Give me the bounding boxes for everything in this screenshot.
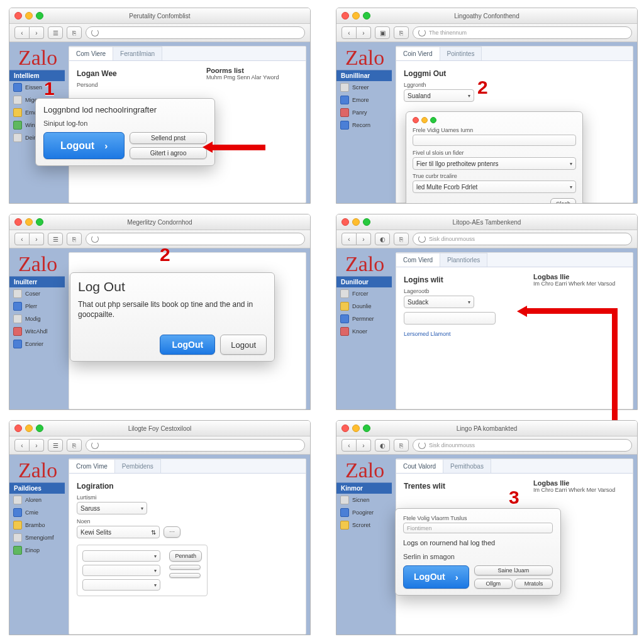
sidebar-item[interactable]: Brambo xyxy=(9,519,65,531)
sidebar-item[interactable]: Aloren xyxy=(9,494,65,506)
logout-button[interactable]: Logout› xyxy=(43,132,125,159)
toolbar-button[interactable]: ◐ xyxy=(375,439,390,452)
text-field[interactable] xyxy=(404,312,496,325)
text-field[interactable] xyxy=(413,135,576,146)
toolbar-button[interactable]: ⎘ xyxy=(67,233,82,245)
forward-button[interactable]: › xyxy=(30,26,44,39)
select-field[interactable]: ▾ xyxy=(82,550,160,562)
tab-active[interactable]: Crom Vime xyxy=(69,459,115,473)
option-button[interactable]: Mratols xyxy=(514,579,553,589)
address-bar[interactable] xyxy=(86,26,305,39)
select-field[interactable]: led Multe Fcorb Fdrlet▾ xyxy=(413,180,576,193)
tab[interactable]: Pemithobas xyxy=(443,459,491,473)
back-button[interactable]: ‹ xyxy=(341,439,357,452)
tab[interactable]: Planntiorles xyxy=(440,253,487,267)
sidebar-item[interactable]: Cmie xyxy=(9,506,65,519)
back-button[interactable]: ‹ xyxy=(14,26,30,39)
sidebar-item[interactable]: Permner xyxy=(336,313,392,325)
back-button[interactable]: ‹ xyxy=(14,233,30,245)
sidebar-item[interactable]: Plerr xyxy=(9,300,65,313)
reload-icon[interactable] xyxy=(91,235,99,243)
tab-active[interactable]: Cout Valord xyxy=(396,459,443,473)
tab-active[interactable]: Coin Vierd xyxy=(396,47,440,60)
reload-icon[interactable] xyxy=(418,29,426,36)
select-field[interactable]: Fier til llgo prethoitew pntenrs▾ xyxy=(413,157,576,170)
reload-icon[interactable] xyxy=(91,441,99,449)
back-button[interactable]: ‹ xyxy=(14,439,30,452)
toolbar-button[interactable]: ◐ xyxy=(375,233,390,245)
text-field[interactable]: Fiontimen xyxy=(403,523,553,533)
stepper-field[interactable]: Kewi Selits⇅ xyxy=(77,526,160,538)
sidebar-item[interactable]: Eonrier xyxy=(9,338,65,350)
sidebar-item-icon xyxy=(340,314,349,323)
link[interactable]: Lersomed Llamont xyxy=(404,331,496,337)
select-field[interactable]: ▾ xyxy=(82,579,160,591)
sidebar-item[interactable]: Sicnen xyxy=(336,494,392,506)
sidebar-item[interactable]: Screer xyxy=(336,81,392,94)
sidebar-item[interactable]: Knoer xyxy=(336,325,392,338)
option-button[interactable]: Sellend pnst xyxy=(130,132,207,144)
mini-button[interactable] xyxy=(169,573,201,578)
select-field[interactable]: Sualand▾ xyxy=(404,89,474,102)
field-label: Noen xyxy=(77,518,298,525)
forward-button[interactable]: › xyxy=(30,439,44,452)
sidebar-item[interactable]: Recorn xyxy=(336,119,392,131)
mini-button[interactable] xyxy=(169,565,201,570)
sidebar-item[interactable]: WitcAhdl xyxy=(9,325,65,338)
reload-icon[interactable] xyxy=(418,441,426,449)
option-button[interactable]: Gitert i agroo xyxy=(130,147,207,159)
address-bar[interactable] xyxy=(86,233,305,245)
forward-button[interactable]: › xyxy=(357,233,371,245)
tab-active[interactable]: Com Viere xyxy=(69,47,113,60)
tab[interactable]: Pointintes xyxy=(440,47,482,60)
forward-button[interactable]: › xyxy=(357,26,371,39)
logout-button[interactable]: LogOut› xyxy=(403,565,469,589)
sidebar-item[interactable]: Panry xyxy=(336,106,392,119)
sidebar-item[interactable]: Einop xyxy=(9,544,65,557)
sidebar-item[interactable]: Fcrcer xyxy=(336,287,392,300)
address-bar[interactable]: Sisk dinounmouss xyxy=(413,439,632,452)
reload-icon[interactable] xyxy=(418,235,426,243)
sidebar-item[interactable]: Eissen xyxy=(9,81,65,94)
cancel-button[interactable]: Logout xyxy=(220,335,267,355)
forward-button[interactable]: › xyxy=(30,233,44,245)
sidebar-item[interactable]: Dounlie xyxy=(336,300,392,313)
minimize-icon[interactable] xyxy=(421,117,428,123)
toolbar-button[interactable]: ⎘ xyxy=(67,26,82,39)
sidebar-item[interactable]: Emore xyxy=(336,94,392,106)
toolbar-button[interactable]: ⎘ xyxy=(67,439,82,452)
sidebar-item[interactable]: Poogirer xyxy=(336,506,392,519)
select-field[interactable]: ▾ xyxy=(82,565,160,576)
close-icon[interactable] xyxy=(413,117,419,123)
select-field[interactable]: Sudack▾ xyxy=(404,296,474,308)
toolbar-button[interactable]: ☰ xyxy=(48,26,63,39)
toolbar-button[interactable]: ☰ xyxy=(48,439,63,452)
toolbar-button[interactable]: ⎘ xyxy=(394,439,409,452)
dialog-button[interactable]: Clash xyxy=(550,198,576,203)
back-button[interactable]: ‹ xyxy=(341,233,357,245)
toolbar-button[interactable]: ⎘ xyxy=(394,26,409,39)
sidebar-item[interactable]: Smengiomf xyxy=(9,531,65,544)
option-button[interactable]: Ollgm xyxy=(474,579,513,589)
address-bar[interactable]: The thinennum xyxy=(413,26,632,39)
sidebar-item[interactable]: Modig xyxy=(9,313,65,325)
mini-button[interactable]: Pennath xyxy=(169,550,202,562)
reload-icon[interactable] xyxy=(91,29,99,36)
zoom-icon[interactable] xyxy=(430,117,436,123)
toolbar-button[interactable]: ▣ xyxy=(375,26,390,39)
address-bar[interactable]: Sisk dinounmouss xyxy=(413,233,632,245)
tab[interactable]: Ferantilmian xyxy=(113,47,162,60)
tab[interactable]: Pembidens xyxy=(115,459,161,473)
mini-button[interactable]: ⋯ xyxy=(164,526,180,538)
option-button[interactable]: Saine lJuam xyxy=(474,565,553,575)
toolbar-button[interactable]: ⎘ xyxy=(394,233,409,245)
toolbar-button[interactable]: ☰ xyxy=(48,233,63,245)
back-button[interactable]: ‹ xyxy=(341,26,357,39)
sidebar-item[interactable]: Coser xyxy=(9,287,65,300)
address-bar[interactable] xyxy=(86,439,305,452)
select-field[interactable]: Saruss▾ xyxy=(77,502,147,514)
forward-button[interactable]: › xyxy=(357,439,371,452)
tab-active[interactable]: Com Vierd xyxy=(396,253,440,267)
sidebar-item[interactable]: Scroret xyxy=(336,519,392,531)
logout-button[interactable]: LogOut xyxy=(160,335,215,355)
